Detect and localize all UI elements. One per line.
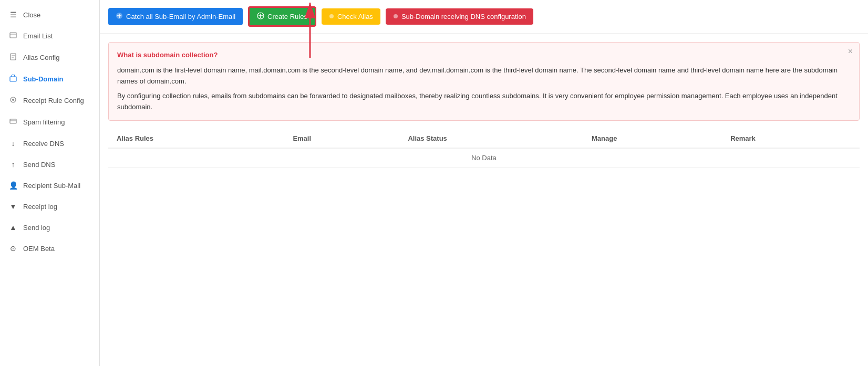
sidebar-icon-spam-filtering (8, 118, 18, 127)
sidebar-item-spam-filtering[interactable]: Spam filtering (0, 111, 99, 133)
sidebar-item-sub-domain[interactable]: Sub-Domain (0, 68, 99, 90)
no-data-cell: No Data (108, 148, 860, 168)
btn-icon-check-alias (329, 13, 334, 20)
svg-rect-2 (11, 54, 16, 60)
table-body: No Data (108, 148, 860, 168)
btn-catch-all[interactable]: Catch all Sub-Email by Admin-Email (108, 8, 243, 25)
main-content: Catch all Sub-Email by Admin-EmailCreate… (100, 0, 868, 366)
btn-icon-create-rules (257, 12, 264, 21)
svg-point-7 (12, 99, 14, 101)
th-alias-status: Alias Status (399, 129, 583, 148)
sidebar-item-send-dns[interactable]: ↑Send DNS (0, 154, 99, 175)
sidebar-label-spam-filtering: Spam filtering (23, 118, 65, 126)
sidebar-label-sub-domain: Sub-Domain (23, 75, 64, 83)
btn-create-rules[interactable]: Create Rules (248, 6, 316, 27)
sidebar-item-email-list[interactable]: Email List (0, 25, 99, 47)
sidebar-label-recipient-sub-mail: Recipient Sub-Mail (23, 182, 80, 190)
btn-label-catch-all: Catch all Sub-Email by Admin-Email (126, 13, 235, 20)
btn-sub-domain-dns[interactable]: Sub-Domain receiving DNS configuration (386, 8, 533, 25)
info-box-close-button[interactable]: × (848, 47, 853, 56)
sidebar-item-recipient-sub-mail[interactable]: 👤Recipient Sub-Mail (0, 175, 99, 196)
th-manage: Manage (583, 129, 722, 148)
sidebar-item-close[interactable]: ☰Close (0, 4, 99, 25)
th-email: Email (284, 129, 399, 148)
sidebar-icon-close: ☰ (8, 11, 18, 19)
btn-icon-sub-domain-dns (393, 13, 398, 20)
sidebar-label-oem-beta: OEM Beta (23, 245, 55, 253)
btn-label-create-rules: Create Rules (267, 13, 307, 20)
info-box: What is subdomain collection? domain.com… (108, 42, 860, 121)
sidebar-icon-send-log: ▲ (8, 223, 18, 232)
svg-rect-8 (10, 119, 16, 123)
sidebar-icon-oem-beta: ⊙ (8, 244, 18, 253)
sidebar-item-send-log[interactable]: ▲Send log (0, 217, 99, 238)
sidebar-label-receipt-log: Receipt log (23, 203, 57, 211)
sidebar-icon-receipt-rule-config (8, 96, 18, 105)
info-box-title: What is subdomain collection? (117, 50, 851, 61)
sidebar: ☰CloseEmail ListAlias ConfigSub-DomainRe… (0, 0, 100, 366)
sidebar-icon-sub-domain (8, 75, 18, 83)
sidebar-label-send-dns: Send DNS (23, 161, 55, 169)
sidebar-item-receipt-log[interactable]: ▼Receipt log (0, 196, 99, 217)
sidebar-label-close: Close (23, 11, 40, 19)
btn-label-sub-domain-dns: Sub-Domain receiving DNS configuration (401, 13, 526, 20)
svg-rect-5 (10, 77, 16, 81)
svg-point-17 (394, 14, 398, 18)
sidebar-label-receipt-rule-config: Receipt Rule Config (23, 97, 84, 104)
toolbar: Catch all Sub-Email by Admin-EmailCreate… (100, 0, 868, 34)
th-alias-rules: Alias Rules (108, 129, 284, 148)
sidebar-label-email-list: Email List (23, 32, 53, 40)
btn-label-check-alias: Check Alias (337, 13, 373, 20)
table-section: Alias RulesEmailAlias StatusManageRemark… (108, 129, 860, 168)
sidebar-label-send-log: Send log (23, 224, 50, 232)
sidebar-item-alias-config[interactable]: Alias Config (0, 47, 99, 68)
table-no-data-row: No Data (108, 148, 860, 168)
sidebar-label-receive-dns: Receive DNS (23, 140, 64, 148)
svg-rect-0 (10, 33, 16, 38)
sidebar-icon-recipient-sub-mail: 👤 (8, 181, 18, 190)
sidebar-icon-receive-dns: ↓ (8, 139, 18, 148)
th-remark: Remark (722, 129, 860, 148)
sidebar-item-receipt-rule-config[interactable]: Receipt Rule Config (0, 90, 99, 111)
sidebar-icon-alias-config (8, 53, 18, 62)
sidebar-item-oem-beta[interactable]: ⊙OEM Beta (0, 238, 99, 259)
sidebar-item-receive-dns[interactable]: ↓Receive DNS (0, 133, 99, 154)
sidebar-icon-email-list (8, 32, 18, 40)
sidebar-label-alias-config: Alias Config (23, 54, 59, 61)
svg-point-16 (329, 14, 334, 18)
info-box-paragraph2: By configuring collection rules, emails … (117, 91, 851, 113)
table-header-row: Alias RulesEmailAlias StatusManageRemark (108, 129, 860, 148)
btn-icon-catch-all (116, 12, 123, 21)
table-header: Alias RulesEmailAlias StatusManageRemark (108, 129, 860, 148)
sidebar-icon-receipt-log: ▼ (8, 202, 18, 211)
info-box-paragraph1: domain.com is the first-level domain nam… (117, 65, 851, 87)
btn-check-alias[interactable]: Check Alias (322, 8, 380, 25)
sidebar-icon-send-dns: ↑ (8, 160, 18, 169)
data-table: Alias RulesEmailAlias StatusManageRemark… (108, 129, 860, 168)
